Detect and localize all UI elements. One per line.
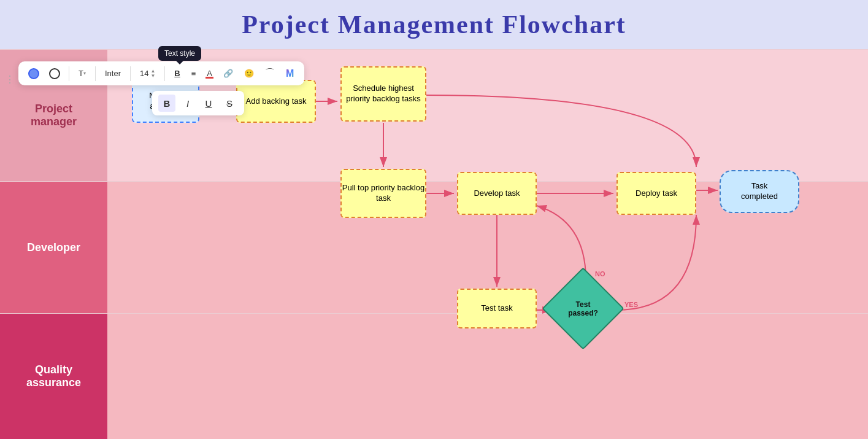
- color-circle-filled[interactable]: [26, 67, 42, 80]
- outline-circle-icon: [49, 68, 60, 79]
- align-button[interactable]: ≡: [188, 67, 199, 80]
- color-circle-outline[interactable]: [47, 67, 63, 80]
- title-bar: Project Management Flowchart: [0, 0, 868, 49]
- text-dropdown-arrow: ▾: [83, 71, 86, 76]
- page-title: Project Management Flowchart: [242, 10, 626, 39]
- ai-button[interactable]: M: [283, 66, 297, 81]
- separator-3: [130, 66, 131, 81]
- format-toolbar: B I U S: [152, 91, 244, 115]
- node-test-passed-label: Testpassed?: [554, 279, 612, 338]
- format-strikethrough-button[interactable]: S: [221, 95, 238, 112]
- node-task-completed-label: Taskcompleted: [741, 181, 778, 202]
- separator-2: [95, 66, 96, 81]
- separator-1: [69, 66, 69, 81]
- node-develop[interactable]: Develop task: [457, 172, 537, 215]
- node-pull-top-label: Pull top priority backlog task: [342, 183, 425, 204]
- node-add-backing[interactable]: Add backing task: [236, 80, 316, 123]
- node-test-passed-container[interactable]: Testpassed?: [554, 279, 612, 338]
- size-down-arrow[interactable]: ▼: [150, 74, 155, 79]
- color-underline: [205, 77, 213, 79]
- node-deploy[interactable]: Deploy task: [616, 172, 696, 215]
- bold-button[interactable]: B: [171, 67, 183, 80]
- text-style-button[interactable]: T ▾: [75, 67, 89, 80]
- special-char-button[interactable]: ⌒: [262, 65, 278, 82]
- node-schedule[interactable]: Schedule highest priority backlog tasks: [340, 66, 426, 122]
- link-button[interactable]: 🔗: [220, 67, 236, 80]
- font-size-value: 14: [140, 69, 148, 78]
- emoji-button[interactable]: 🙂: [241, 67, 257, 80]
- node-test-label: Test task: [481, 303, 512, 314]
- node-add-backing-label: Add backing task: [245, 96, 306, 107]
- format-underline-button[interactable]: U: [200, 95, 217, 112]
- node-schedule-label: Schedule highest priority backlog tasks: [342, 84, 425, 104]
- tooltip-text: Text style: [164, 49, 195, 58]
- font-name: Inter: [105, 69, 121, 78]
- node-develop-label: Develop task: [474, 188, 520, 199]
- font-size[interactable]: 14 ▲ ▼: [137, 67, 158, 80]
- filled-circle-icon: [28, 68, 39, 79]
- format-italic-button[interactable]: I: [179, 95, 196, 112]
- swimlane-qa-label: Qualityassurance: [0, 314, 107, 439]
- node-test[interactable]: Test task: [457, 289, 537, 328]
- separator-4: [164, 66, 165, 81]
- node-deploy-label: Deploy task: [636, 188, 677, 199]
- canvas: Project Management Flowchart Projectmana…: [0, 0, 868, 439]
- node-task-completed[interactable]: Taskcompleted: [720, 170, 799, 213]
- main-toolbar: T ▾ Inter 14 ▲ ▼ B ≡ A 🔗 🙂 ⌒ M: [18, 61, 304, 85]
- format-bold-button[interactable]: B: [158, 95, 175, 112]
- text-style-tooltip: Text style: [158, 46, 201, 61]
- text-icon: T: [79, 69, 83, 78]
- font-selector[interactable]: Inter: [102, 67, 124, 80]
- swimlane-dev-label: Developer: [0, 182, 107, 313]
- node-pull-top[interactable]: Pull top priority backlog task: [340, 169, 426, 218]
- text-color-button[interactable]: A: [204, 67, 215, 80]
